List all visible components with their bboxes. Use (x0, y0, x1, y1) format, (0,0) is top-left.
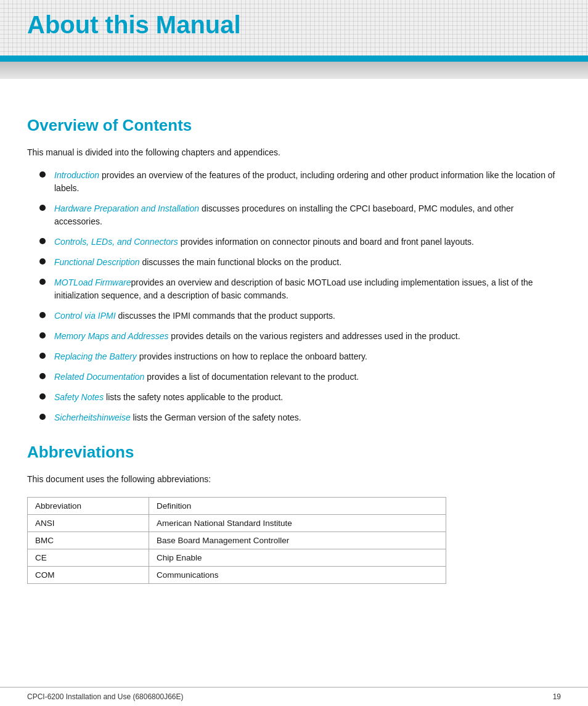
page-title: About this Manual (27, 11, 241, 39)
bullet-dot (39, 312, 46, 318)
bullet-dot (39, 414, 46, 420)
footer-right: 19 (553, 692, 561, 701)
abbreviations-section: Abbreviations This document uses the fol… (27, 443, 561, 584)
item-text-0: provides an overview of the features of … (54, 170, 555, 193)
bullet-dot (39, 353, 46, 359)
bullet-text: Sicherheitshinweise lists the German ver… (54, 411, 561, 424)
definition-cell: Chip Enable (149, 549, 446, 567)
bullet-text: Introduction provides an overview of the… (54, 169, 561, 195)
link-controls[interactable]: Controls, LEDs, and Connectors (54, 237, 178, 247)
link-hardware[interactable]: Hardware Preparation and Installation (54, 203, 199, 213)
list-item: Safety Notes lists the safety notes appl… (39, 391, 561, 404)
bullet-text: Memory Maps and Addresses provides detai… (54, 330, 561, 343)
list-item: Controls, LEDs, and Connectors provides … (39, 236, 561, 248)
bullet-text: Related Documentation provides a list of… (54, 371, 561, 384)
bullet-text: Controls, LEDs, and Connectors provides … (54, 236, 561, 248)
list-item: Sicherheitshinweise lists the German ver… (39, 411, 561, 424)
bullet-text: Control via IPMI discusses the IPMI comm… (54, 310, 561, 322)
table-row: COMCommunications (28, 567, 446, 584)
bullet-dot (39, 171, 46, 178)
bullet-dot (39, 279, 46, 285)
overview-intro: This manual is divided into the followin… (27, 146, 561, 159)
col-header-abbreviation: Abbreviation (28, 498, 149, 515)
abbrev-intro: This document uses the following abbrevi… (27, 473, 561, 486)
link-related[interactable]: Related Documentation (54, 372, 144, 382)
item-text-5: discusses the IPMI commands that the pro… (116, 311, 335, 321)
abbrev-cell: COM (28, 567, 149, 584)
bullet-text: Replacing the Battery provides instructi… (54, 350, 561, 363)
bullet-dot (39, 332, 46, 339)
bullet-text: Hardware Preparation and Installation di… (54, 202, 561, 228)
gray-bar (0, 62, 588, 79)
item-text-3: discusses the main functional blocks on … (140, 257, 342, 267)
link-motload[interactable]: MOTLoad Firmware (54, 277, 131, 287)
bullet-text: Functional Description discusses the mai… (54, 256, 561, 269)
abbrev-cell: CE (28, 549, 149, 567)
definition-cell: Communications (149, 567, 446, 584)
bullet-dot (39, 258, 46, 265)
main-content: Overview of Contents This manual is divi… (0, 79, 588, 621)
bullet-dot (39, 238, 46, 244)
bullet-dot (39, 393, 46, 400)
overview-section: Overview of Contents This manual is divi… (27, 116, 561, 424)
list-item: Introduction provides an overview of the… (39, 169, 561, 195)
overview-title: Overview of Contents (27, 116, 561, 135)
table-row: ANSIAmerican National Standard Institute (28, 515, 446, 532)
abbreviations-title: Abbreviations (27, 443, 561, 462)
list-item: Hardware Preparation and Installation di… (39, 202, 561, 228)
item-text-7: provides instructions on how to replace … (137, 351, 367, 361)
bullet-dot (39, 373, 46, 379)
link-battery[interactable]: Replacing the Battery (54, 351, 137, 361)
link-memory[interactable]: Memory Maps and Addresses (54, 331, 168, 341)
abbrev-cell: BMC (28, 532, 149, 549)
bullet-dot (39, 205, 46, 211)
item-text-8: provides a list of documentation relevan… (144, 372, 359, 382)
link-ipmi[interactable]: Control via IPMI (54, 311, 116, 321)
list-item: Memory Maps and Addresses provides detai… (39, 330, 561, 343)
list-item: Replacing the Battery provides instructi… (39, 350, 561, 363)
list-item: Control via IPMI discusses the IPMI comm… (39, 310, 561, 322)
item-text-10: lists the German version of the safety n… (131, 413, 301, 422)
footer-left: CPCI-6200 Installation and Use (6806800J… (27, 692, 184, 701)
cyan-bar (0, 55, 588, 62)
bullet-text: MOTLoad Firmwareprovides an overview and… (54, 276, 561, 302)
table-row: CEChip Enable (28, 549, 446, 567)
definition-cell: American National Standard Institute (149, 515, 446, 532)
table-row: BMCBase Board Management Controller (28, 532, 446, 549)
link-introduction[interactable]: Introduction (54, 170, 99, 180)
list-item: Related Documentation provides a list of… (39, 371, 561, 384)
link-safety[interactable]: Safety Notes (54, 392, 104, 402)
overview-list: Introduction provides an overview of the… (39, 169, 561, 424)
col-header-definition: Definition (149, 498, 446, 515)
page-footer: CPCI-6200 Installation and Use (6806800J… (0, 687, 588, 706)
header-section: About this Manual (0, 0, 588, 79)
abbreviations-table: Abbreviation Definition ANSIAmerican Nat… (27, 497, 446, 584)
list-item: MOTLoad Firmwareprovides an overview and… (39, 276, 561, 302)
link-sicherheit[interactable]: Sicherheitshinweise (54, 413, 131, 422)
link-functional[interactable]: Functional Description (54, 257, 140, 267)
abbrev-cell: ANSI (28, 515, 149, 532)
item-text-2: provides information on connector pinout… (178, 237, 474, 247)
list-item: Functional Description discusses the mai… (39, 256, 561, 269)
bullet-text: Safety Notes lists the safety notes appl… (54, 391, 561, 404)
header-background: About this Manual (0, 0, 588, 55)
item-text-6: provides details on the various register… (168, 331, 460, 341)
definition-cell: Base Board Management Controller (149, 532, 446, 549)
item-text-9: lists the safety notes applicable to the… (104, 392, 283, 402)
